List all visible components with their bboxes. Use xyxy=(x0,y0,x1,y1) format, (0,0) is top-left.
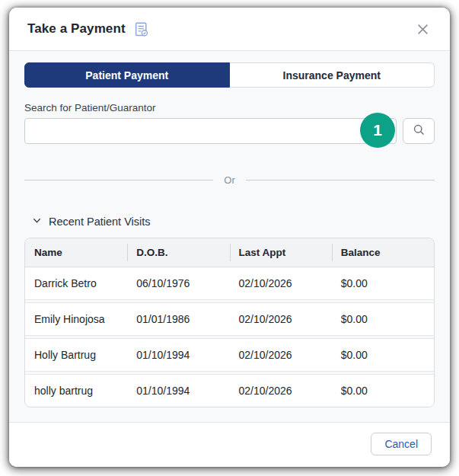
dialog-title: Take a Payment xyxy=(27,21,126,37)
column-header-dob: D.O.B. xyxy=(127,238,229,267)
recent-visits-toggle[interactable]: Recent Patient Visits xyxy=(32,215,435,228)
cancel-button[interactable]: Cancel xyxy=(371,433,432,455)
table-body: Darrick Betro 06/10/1976 02/10/2026 $0.0… xyxy=(25,267,434,407)
cell-last-appt: 02/10/2026 xyxy=(230,267,332,299)
recent-visits-table: Name D.O.B. Last Appt Balance Darrick Be… xyxy=(24,238,435,407)
table-row[interactable]: Holly Bartrug 01/10/1994 02/10/2026 $0.0… xyxy=(25,338,434,372)
tab-patient-payment[interactable]: Patient Payment xyxy=(24,62,230,88)
patient-search-input[interactable] xyxy=(24,118,397,144)
payment-form-icon xyxy=(133,21,149,37)
column-header-balance: Balance xyxy=(332,238,434,267)
table-row[interactable]: holly bartrug 01/10/1994 02/10/2026 $0.0… xyxy=(25,374,434,407)
chevron-down-icon xyxy=(32,215,42,228)
cell-name: Darrick Betro xyxy=(25,267,127,299)
step-badge: 1 xyxy=(360,113,395,148)
column-header-last-appt: Last Appt xyxy=(230,238,332,267)
cell-balance: $0.00 xyxy=(332,375,434,407)
table-header-row: Name D.O.B. Last Appt Balance xyxy=(25,238,434,267)
table-row[interactable]: Emily Hinojosa 01/01/1986 02/10/2026 $0.… xyxy=(25,302,434,336)
cell-balance: $0.00 xyxy=(332,267,434,299)
cell-last-appt: 02/10/2026 xyxy=(230,339,332,371)
cell-dob: 01/10/1994 xyxy=(127,375,229,407)
cell-last-appt: 02/10/2026 xyxy=(230,303,332,335)
tab-insurance-payment[interactable]: Insurance Payment xyxy=(230,62,435,88)
close-icon[interactable] xyxy=(413,20,432,38)
search-button[interactable] xyxy=(403,118,435,144)
table-row[interactable]: Darrick Betro 06/10/1976 02/10/2026 $0.0… xyxy=(25,267,434,300)
cell-name: Emily Hinojosa xyxy=(25,303,127,335)
divider-line xyxy=(246,180,435,180)
cell-name: Holly Bartrug xyxy=(25,339,127,371)
cell-name: holly bartrug xyxy=(25,375,127,407)
dialog-header: Take a Payment xyxy=(9,8,450,51)
divider-line xyxy=(24,180,213,180)
search-icon xyxy=(413,123,426,139)
or-divider-text: Or xyxy=(224,174,234,186)
recent-visits-title: Recent Patient Visits xyxy=(49,216,151,228)
search-row: 1 xyxy=(24,118,435,144)
cell-balance: $0.00 xyxy=(332,339,434,371)
dialog-footer: Cancel xyxy=(9,422,450,467)
column-header-name: Name xyxy=(25,238,127,267)
cell-balance: $0.00 xyxy=(332,303,434,335)
tab-patient-payment-label: Patient Payment xyxy=(85,69,168,81)
search-label: Search for Patient/Guarantor xyxy=(24,102,435,113)
cell-dob: 01/01/1986 xyxy=(127,303,229,335)
or-divider: Or xyxy=(24,174,435,186)
cell-last-appt: 02/10/2026 xyxy=(230,375,332,407)
take-a-payment-dialog: Take a Payment Patient Payment xyxy=(9,8,450,467)
payment-type-tabs: Patient Payment Insurance Payment xyxy=(24,62,435,88)
cell-dob: 01/10/1994 xyxy=(127,339,229,371)
dialog-body: Patient Payment Insurance Payment Search… xyxy=(9,51,450,422)
tab-insurance-payment-label: Insurance Payment xyxy=(283,69,381,81)
cell-dob: 06/10/1976 xyxy=(127,267,229,299)
